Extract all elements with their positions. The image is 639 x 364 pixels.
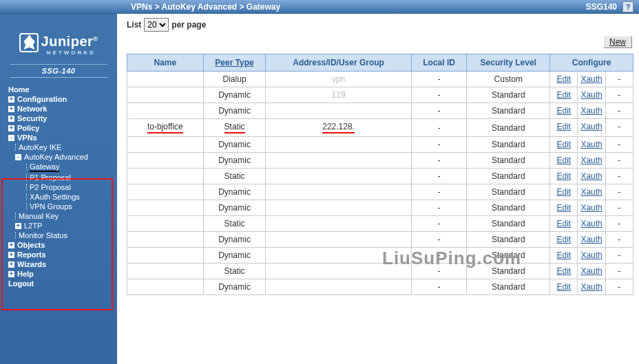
nav-item-logout[interactable]: Logout	[8, 279, 117, 288]
new-button[interactable]: New	[603, 36, 632, 48]
toggle-icon[interactable]: +	[8, 106, 14, 112]
remove-cell: -	[606, 87, 633, 103]
xauth-link[interactable]: Xauth	[580, 106, 602, 116]
nav-item-configuration[interactable]: +Configuration	[8, 94, 117, 104]
nav-item-reports[interactable]: +Reports	[8, 250, 117, 259]
edit-link[interactable]: Edit	[556, 74, 571, 84]
nav-label: AutoKey IKE	[19, 143, 61, 151]
edit-link[interactable]: Edit	[556, 250, 571, 260]
remove-cell: -	[606, 184, 633, 200]
nav-item-help[interactable]: +Help	[8, 269, 117, 279]
xauth-link[interactable]: Xauth	[580, 235, 602, 244]
xauth-link[interactable]: Xauth	[580, 74, 602, 84]
cell-peer: Static	[203, 216, 266, 232]
edit-link[interactable]: Edit	[556, 219, 571, 228]
xauth-link[interactable]: Xauth	[580, 282, 602, 292]
cell-local: -	[411, 248, 467, 264]
toggle-icon[interactable]: +	[15, 223, 21, 229]
nav-label: Policy	[17, 124, 39, 132]
nav-label: Monitor Status	[19, 231, 67, 239]
edit-link[interactable]: Edit	[556, 187, 571, 197]
table-row: Static-StandardEditXauth-	[127, 216, 633, 232]
toggle-icon[interactable]: +	[8, 242, 14, 248]
nav-label: Gateway	[30, 162, 59, 172]
cell-sec: Standard	[467, 184, 550, 200]
nav-item-objects[interactable]: +Objects	[8, 240, 117, 250]
nav-item-network[interactable]: +Network	[8, 104, 117, 114]
edit-link[interactable]: Edit	[556, 203, 571, 213]
xauth-link[interactable]: Xauth	[580, 122, 602, 131]
nav-item-policy[interactable]: +Policy	[8, 123, 117, 133]
cell-name	[127, 279, 204, 295]
tree-pipe-icon	[26, 164, 27, 171]
breadcrumb: VPNs > AutoKey Advanced > Gateway	[131, 2, 586, 12]
nav-item-wizards[interactable]: +Wizards	[8, 259, 117, 269]
help-icon[interactable]: ?	[622, 1, 633, 12]
remove-cell: -	[606, 103, 633, 118]
table-row: Dynamic-StandardEditXauth-	[127, 248, 633, 264]
nav-item-xauth-settings[interactable]: XAuth Settings	[26, 192, 117, 202]
top-bar: VPNs > AutoKey Advanced > Gateway SSG140…	[0, 0, 639, 14]
cell-local: -	[411, 153, 467, 169]
nav-label: Network	[17, 105, 47, 113]
edit-link[interactable]: Edit	[556, 235, 571, 244]
nav-item-autokey-ike[interactable]: AutoKey IKE	[15, 142, 117, 152]
nav-item-home[interactable]: Home	[8, 85, 117, 94]
nav-item-p2-proposal[interactable]: P2 Proposal	[26, 182, 117, 192]
xauth-link[interactable]: Xauth	[580, 90, 602, 100]
nav-item-monitor-status[interactable]: Monitor Status	[15, 231, 117, 240]
nav-item-gateway[interactable]: Gateway	[26, 162, 117, 173]
nav-item-manual-key[interactable]: Manual Key	[15, 211, 117, 221]
nav-item-autokey-advanced[interactable]: -AutoKey Advanced	[15, 152, 117, 162]
edit-link[interactable]: Edit	[556, 266, 571, 276]
edit-link[interactable]: Edit	[556, 171, 571, 181]
cell-local: -	[411, 119, 467, 137]
cell-peer: Dynamic	[203, 248, 266, 264]
remove-cell: -	[606, 153, 633, 168]
edit-link[interactable]: Edit	[556, 140, 571, 149]
xauth-link[interactable]: Xauth	[580, 266, 602, 276]
edit-link[interactable]: Edit	[556, 122, 571, 131]
xauth-link[interactable]: Xauth	[580, 171, 602, 181]
xauth-link[interactable]: Xauth	[580, 140, 602, 149]
nav-item-vpn-groups[interactable]: VPN Groups	[26, 202, 117, 211]
table-row: Dynamic-StandardEditXauth-	[127, 184, 633, 200]
nav-label: Logout	[8, 279, 34, 288]
table-row: to-bjofficeStatic222.128.-StandardEditXa…	[127, 119, 633, 137]
table-row: Dynamic119-StandardEditXauth-	[127, 87, 633, 103]
toggle-icon[interactable]: +	[8, 96, 14, 103]
toggle-icon[interactable]: +	[8, 252, 14, 258]
toggle-icon[interactable]: -	[15, 154, 21, 160]
edit-link[interactable]: Edit	[556, 156, 571, 165]
toggle-icon[interactable]: -	[8, 135, 14, 141]
edit-link[interactable]: Edit	[556, 106, 571, 116]
toggle-icon[interactable]: +	[8, 261, 14, 268]
cell-peer: Dynamic	[203, 184, 266, 200]
cell-local: -	[411, 103, 467, 119]
nav-item-security[interactable]: +Security	[8, 114, 117, 123]
cell-sec: Standard	[467, 137, 550, 153]
toggle-icon[interactable]: +	[8, 271, 14, 277]
remove-cell: -	[606, 264, 633, 279]
nav-item-l2tp[interactable]: +L2TP	[15, 221, 117, 231]
nav-tree: Home+Configuration+Network+Security+Poli…	[0, 85, 117, 288]
xauth-link[interactable]: Xauth	[580, 203, 602, 213]
nav-item-vpns[interactable]: -VPNs	[8, 133, 117, 142]
remove-cell: -	[606, 232, 633, 247]
peer-type-sort[interactable]: Peer Type	[215, 58, 253, 67]
xauth-link[interactable]: Xauth	[580, 250, 602, 260]
cell-peer: Static	[203, 119, 266, 137]
toggle-icon[interactable]: +	[8, 116, 14, 122]
xauth-link[interactable]: Xauth	[580, 156, 602, 165]
xauth-link[interactable]: Xauth	[580, 219, 602, 228]
tree-pipe-icon	[26, 193, 27, 200]
cell-addr	[266, 184, 411, 200]
xauth-link[interactable]: Xauth	[580, 187, 602, 197]
per-page-select[interactable]: 20	[144, 18, 169, 32]
cell-sec: Standard	[467, 264, 550, 279]
nav-item-p1-proposal[interactable]: P1 Proposal	[26, 173, 117, 182]
toggle-icon[interactable]: +	[8, 125, 14, 131]
edit-link[interactable]: Edit	[556, 282, 571, 292]
cell-local: -	[411, 279, 467, 295]
edit-link[interactable]: Edit	[556, 90, 571, 100]
